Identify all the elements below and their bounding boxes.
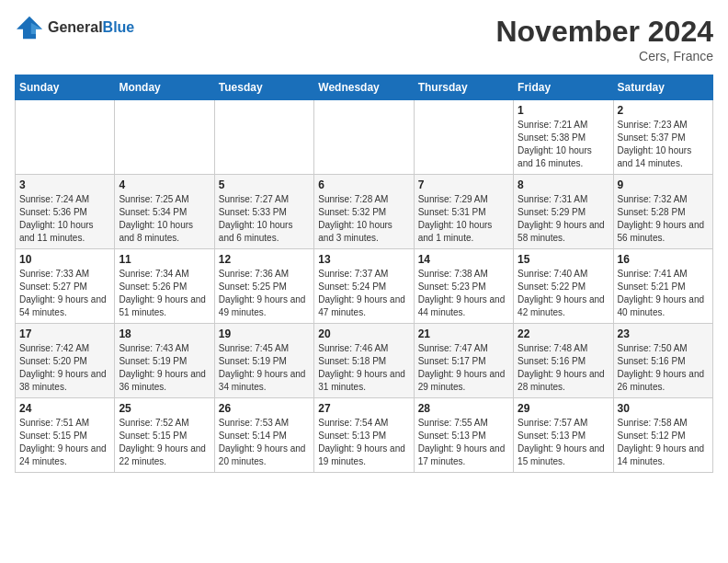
calendar-day-cell: 3Sunrise: 7:24 AM Sunset: 5:36 PM Daylig…	[16, 175, 115, 249]
calendar-day-cell: 22Sunrise: 7:48 AM Sunset: 5:16 PM Dayli…	[514, 324, 613, 398]
day-info: Sunrise: 7:57 AM Sunset: 5:13 PM Dayligh…	[518, 417, 609, 468]
day-number: 3	[19, 178, 110, 191]
calendar-day-cell: 21Sunrise: 7:47 AM Sunset: 5:17 PM Dayli…	[414, 324, 513, 398]
day-number: 21	[418, 327, 509, 340]
day-number: 11	[119, 253, 210, 266]
day-number: 10	[19, 253, 110, 266]
day-number: 16	[618, 253, 709, 266]
day-info: Sunrise: 7:42 AM Sunset: 5:20 PM Dayligh…	[19, 342, 110, 394]
weekday-header-cell: Wednesday	[314, 75, 414, 100]
location: Cers, France	[495, 49, 713, 63]
page-header: GeneralBlue November 2024 Cers, France	[15, 15, 713, 63]
calendar-day-cell	[115, 100, 214, 175]
day-info: Sunrise: 7:46 AM Sunset: 5:18 PM Dayligh…	[318, 342, 409, 394]
calendar-day-cell: 30Sunrise: 7:58 AM Sunset: 5:12 PM Dayli…	[613, 398, 712, 473]
day-info: Sunrise: 7:24 AM Sunset: 5:36 PM Dayligh…	[19, 193, 110, 245]
calendar-day-cell: 15Sunrise: 7:40 AM Sunset: 5:22 PM Dayli…	[514, 249, 613, 324]
day-info: Sunrise: 7:36 AM Sunset: 5:25 PM Dayligh…	[219, 268, 310, 319]
day-info: Sunrise: 7:34 AM Sunset: 5:26 PM Dayligh…	[119, 268, 210, 319]
day-number: 18	[119, 327, 210, 340]
day-number: 20	[318, 327, 409, 340]
weekday-header-cell: Monday	[115, 75, 214, 100]
calendar-week-row: 3Sunrise: 7:24 AM Sunset: 5:36 PM Daylig…	[16, 175, 713, 249]
day-info: Sunrise: 7:58 AM Sunset: 5:12 PM Dayligh…	[618, 417, 709, 468]
calendar-week-row: 1Sunrise: 7:21 AM Sunset: 5:38 PM Daylig…	[16, 100, 713, 175]
calendar-day-cell: 10Sunrise: 7:33 AM Sunset: 5:27 PM Dayli…	[16, 249, 115, 324]
day-number: 6	[318, 178, 409, 191]
day-info: Sunrise: 7:43 AM Sunset: 5:19 PM Dayligh…	[119, 342, 210, 394]
calendar-week-row: 10Sunrise: 7:33 AM Sunset: 5:27 PM Dayli…	[16, 249, 713, 324]
calendar-day-cell: 24Sunrise: 7:51 AM Sunset: 5:15 PM Dayli…	[16, 398, 115, 473]
calendar-day-cell: 1Sunrise: 7:21 AM Sunset: 5:38 PM Daylig…	[514, 100, 613, 175]
calendar-day-cell: 23Sunrise: 7:50 AM Sunset: 5:16 PM Dayli…	[613, 324, 712, 398]
calendar-day-cell	[414, 100, 513, 175]
calendar: SundayMondayTuesdayWednesdayThursdayFrid…	[15, 75, 713, 473]
calendar-day-cell: 13Sunrise: 7:37 AM Sunset: 5:24 PM Dayli…	[314, 249, 414, 324]
calendar-day-cell: 2Sunrise: 7:23 AM Sunset: 5:37 PM Daylig…	[613, 100, 712, 175]
calendar-day-cell: 11Sunrise: 7:34 AM Sunset: 5:26 PM Dayli…	[115, 249, 214, 324]
day-number: 4	[119, 178, 210, 191]
day-number: 17	[19, 327, 110, 340]
day-number: 1	[518, 104, 609, 117]
day-number: 13	[318, 253, 409, 266]
day-info: Sunrise: 7:41 AM Sunset: 5:21 PM Dayligh…	[618, 268, 709, 319]
day-info: Sunrise: 7:40 AM Sunset: 5:22 PM Dayligh…	[518, 268, 609, 319]
calendar-day-cell: 14Sunrise: 7:38 AM Sunset: 5:23 PM Dayli…	[414, 249, 513, 324]
day-number: 9	[618, 178, 709, 191]
title-block: November 2024 Cers, France	[495, 15, 713, 63]
day-number: 19	[219, 327, 310, 340]
day-info: Sunrise: 7:25 AM Sunset: 5:34 PM Dayligh…	[119, 193, 210, 245]
day-number: 28	[418, 402, 509, 415]
day-number: 29	[518, 402, 609, 415]
day-info: Sunrise: 7:29 AM Sunset: 5:31 PM Dayligh…	[418, 193, 509, 245]
day-info: Sunrise: 7:32 AM Sunset: 5:28 PM Dayligh…	[618, 193, 709, 245]
weekday-header-cell: Sunday	[16, 75, 115, 100]
day-number: 24	[19, 402, 110, 415]
day-number: 30	[618, 402, 709, 415]
logo-text: GeneralBlue	[48, 19, 134, 36]
calendar-day-cell	[314, 100, 414, 175]
day-info: Sunrise: 7:28 AM Sunset: 5:32 PM Dayligh…	[318, 193, 409, 245]
day-number: 8	[518, 178, 609, 191]
day-number: 7	[418, 178, 509, 191]
calendar-day-cell: 17Sunrise: 7:42 AM Sunset: 5:20 PM Dayli…	[16, 324, 115, 398]
calendar-day-cell: 28Sunrise: 7:55 AM Sunset: 5:13 PM Dayli…	[414, 398, 513, 473]
day-info: Sunrise: 7:33 AM Sunset: 5:27 PM Dayligh…	[19, 268, 110, 319]
day-number: 25	[119, 402, 210, 415]
day-info: Sunrise: 7:55 AM Sunset: 5:13 PM Dayligh…	[418, 417, 509, 468]
day-info: Sunrise: 7:21 AM Sunset: 5:38 PM Dayligh…	[518, 119, 609, 170]
calendar-day-cell: 25Sunrise: 7:52 AM Sunset: 5:15 PM Dayli…	[115, 398, 214, 473]
calendar-body: 1Sunrise: 7:21 AM Sunset: 5:38 PM Daylig…	[16, 100, 713, 473]
calendar-day-cell: 16Sunrise: 7:41 AM Sunset: 5:21 PM Dayli…	[613, 249, 712, 324]
calendar-day-cell: 7Sunrise: 7:29 AM Sunset: 5:31 PM Daylig…	[414, 175, 513, 249]
calendar-day-cell: 5Sunrise: 7:27 AM Sunset: 5:33 PM Daylig…	[214, 175, 313, 249]
calendar-day-cell: 27Sunrise: 7:54 AM Sunset: 5:13 PM Dayli…	[314, 398, 414, 473]
day-number: 2	[618, 104, 709, 117]
day-info: Sunrise: 7:37 AM Sunset: 5:24 PM Dayligh…	[318, 268, 409, 319]
day-info: Sunrise: 7:27 AM Sunset: 5:33 PM Dayligh…	[219, 193, 310, 245]
day-info: Sunrise: 7:31 AM Sunset: 5:29 PM Dayligh…	[518, 193, 609, 245]
weekday-header-row: SundayMondayTuesdayWednesdayThursdayFrid…	[16, 75, 713, 100]
day-number: 15	[518, 253, 609, 266]
day-number: 27	[318, 402, 409, 415]
logo: GeneralBlue	[15, 15, 134, 40]
calendar-day-cell	[16, 100, 115, 175]
weekday-header-cell: Tuesday	[214, 75, 313, 100]
day-number: 5	[219, 178, 310, 191]
day-info: Sunrise: 7:23 AM Sunset: 5:37 PM Dayligh…	[618, 119, 709, 170]
weekday-header-cell: Thursday	[414, 75, 513, 100]
day-number: 14	[418, 253, 509, 266]
day-info: Sunrise: 7:52 AM Sunset: 5:15 PM Dayligh…	[119, 417, 210, 468]
day-info: Sunrise: 7:51 AM Sunset: 5:15 PM Dayligh…	[19, 417, 110, 468]
day-info: Sunrise: 7:38 AM Sunset: 5:23 PM Dayligh…	[418, 268, 509, 319]
day-info: Sunrise: 7:54 AM Sunset: 5:13 PM Dayligh…	[318, 417, 409, 468]
calendar-day-cell: 20Sunrise: 7:46 AM Sunset: 5:18 PM Dayli…	[314, 324, 414, 398]
day-number: 23	[618, 327, 709, 340]
weekday-header-cell: Friday	[514, 75, 613, 100]
calendar-day-cell	[214, 100, 313, 175]
day-info: Sunrise: 7:48 AM Sunset: 5:16 PM Dayligh…	[518, 342, 609, 394]
calendar-week-row: 24Sunrise: 7:51 AM Sunset: 5:15 PM Dayli…	[16, 398, 713, 473]
calendar-day-cell: 18Sunrise: 7:43 AM Sunset: 5:19 PM Dayli…	[115, 324, 214, 398]
calendar-day-cell: 26Sunrise: 7:53 AM Sunset: 5:14 PM Dayli…	[214, 398, 313, 473]
day-info: Sunrise: 7:47 AM Sunset: 5:17 PM Dayligh…	[418, 342, 509, 394]
